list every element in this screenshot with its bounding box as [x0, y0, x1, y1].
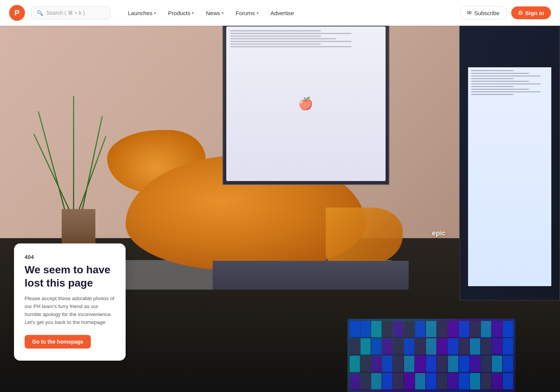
monitor-line	[471, 94, 513, 95]
monitor-line	[471, 91, 541, 92]
search-icon: 🔍	[37, 10, 43, 16]
nav-item-advertise[interactable]: Advertise	[265, 7, 300, 19]
key	[481, 338, 491, 355]
key	[382, 356, 392, 372]
key	[350, 356, 360, 372]
nav-products-label: Products	[168, 10, 190, 16]
key	[393, 356, 403, 372]
nav-items: Launches ▾ Products ▾ News ▾ Forums ▾ Ad…	[123, 7, 299, 19]
key	[503, 338, 513, 355]
logo[interactable]: P	[9, 5, 25, 21]
screen-line	[230, 41, 351, 42]
key	[361, 321, 371, 338]
key	[459, 356, 469, 372]
key	[350, 338, 360, 355]
laptop-base	[213, 261, 409, 290]
nav-advertise-label: Advertise	[271, 10, 294, 16]
key	[503, 373, 513, 390]
key	[361, 338, 371, 355]
key	[426, 373, 436, 390]
go-to-homepage-button[interactable]: Go to the homepage	[25, 335, 91, 349]
signin-label: Sign in	[525, 10, 544, 16]
key	[470, 321, 480, 338]
key	[361, 373, 371, 390]
key	[492, 338, 502, 355]
nav-item-launches[interactable]: Launches ▾	[123, 7, 161, 19]
key	[437, 373, 447, 390]
key	[426, 338, 436, 355]
key	[503, 356, 513, 372]
key	[371, 338, 381, 355]
screen-line	[230, 43, 321, 45]
key	[415, 373, 425, 390]
nav-item-news[interactable]: News ▾	[201, 7, 229, 19]
key	[459, 373, 469, 390]
key	[426, 321, 436, 338]
key	[448, 338, 458, 355]
nav-launches-label: Launches	[128, 10, 152, 16]
chevron-down-icon: ▾	[192, 11, 194, 15]
key	[371, 321, 381, 338]
key	[371, 373, 381, 390]
monitor-screen	[459, 26, 560, 301]
key	[350, 321, 360, 338]
monitor-line	[471, 70, 513, 71]
user-icon: ⊙	[518, 9, 523, 16]
key	[503, 321, 513, 338]
key	[350, 373, 360, 390]
key	[481, 373, 491, 390]
key	[404, 321, 414, 338]
subscribe-button[interactable]: ✉ Subscribe	[460, 6, 507, 20]
plant-pot	[62, 209, 95, 246]
right-monitor	[459, 26, 560, 301]
plant-stems	[51, 96, 105, 213]
nav-item-products[interactable]: Products ▾	[163, 7, 199, 19]
laptop-screen: 🍎	[222, 26, 389, 185]
key	[393, 373, 403, 390]
key	[393, 338, 403, 355]
key	[448, 356, 458, 372]
plant-stem	[73, 96, 74, 213]
key	[459, 321, 469, 338]
screen-line	[230, 46, 351, 47]
chevron-down-icon: ▾	[222, 11, 224, 15]
key	[437, 338, 447, 355]
keyboard-keys	[350, 321, 513, 390]
monitor-line	[471, 81, 529, 82]
error-code: 404	[25, 254, 115, 260]
key	[470, 338, 480, 355]
key	[404, 338, 414, 355]
key	[415, 338, 425, 355]
apple-logo-icon: 🍎	[298, 96, 313, 111]
key	[470, 356, 480, 372]
sticker-epic: epic	[430, 229, 448, 238]
key	[382, 373, 392, 390]
monitor-line	[471, 78, 513, 79]
email-icon: ✉	[467, 9, 472, 16]
nav-news-label: News	[206, 10, 220, 16]
navbar: P 🔍 Search ( ⌘ + k ) Launches ▾ Products…	[0, 0, 560, 26]
key	[361, 356, 371, 372]
key	[382, 321, 392, 338]
key	[448, 321, 458, 338]
keyboard	[347, 319, 515, 392]
key	[481, 356, 491, 372]
signin-button[interactable]: ⊙ Sign in	[511, 6, 551, 19]
error-title: We seem to have lost this page	[25, 263, 115, 290]
nav-item-forums[interactable]: Forums ▾	[230, 7, 264, 19]
key	[404, 373, 414, 390]
screen-line	[230, 30, 321, 31]
key	[492, 321, 502, 338]
monitor-screen-content	[468, 67, 551, 286]
chevron-down-icon: ▾	[154, 11, 156, 15]
key	[382, 338, 392, 355]
plant-stem	[81, 116, 103, 213]
key	[404, 356, 414, 372]
key	[371, 356, 381, 372]
key	[448, 373, 458, 390]
key	[426, 356, 436, 372]
key	[437, 356, 447, 372]
screen-line	[230, 38, 336, 39]
search-box[interactable]: 🔍 Search ( ⌘ + k )	[31, 6, 110, 19]
monitor-line	[471, 73, 529, 74]
